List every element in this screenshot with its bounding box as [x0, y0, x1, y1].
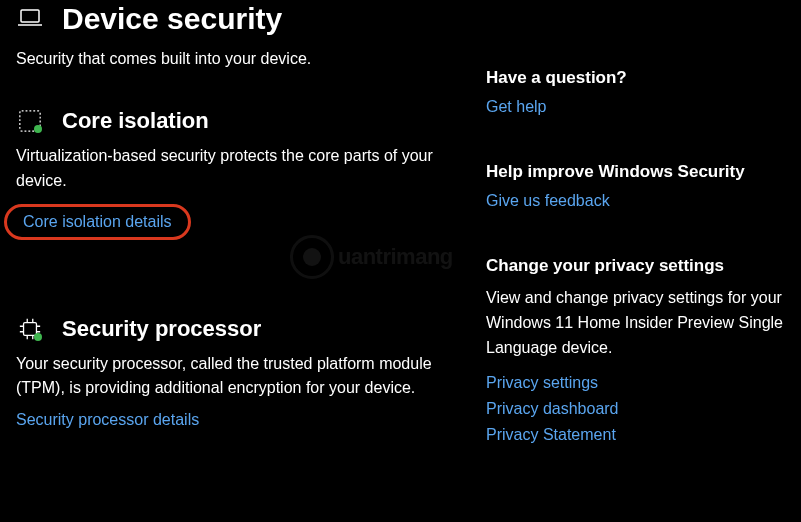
security-processor-header: Security processor [16, 316, 464, 342]
page-header: Device security [16, 0, 464, 36]
chip-icon [16, 317, 44, 341]
privacy-block: Change your privacy settings View and ch… [486, 256, 800, 444]
privacy-dashboard-link[interactable]: Privacy dashboard [486, 400, 800, 418]
feedback-link[interactable]: Give us feedback [486, 192, 610, 210]
privacy-desc: View and change privacy settings for you… [486, 286, 786, 360]
security-processor-title: Security processor [62, 316, 261, 342]
privacy-settings-link[interactable]: Privacy settings [486, 374, 800, 392]
core-isolation-title: Core isolation [62, 108, 209, 134]
privacy-heading: Change your privacy settings [486, 256, 800, 276]
get-help-link[interactable]: Get help [486, 98, 546, 116]
have-question-block: Have a question? Get help [486, 68, 800, 120]
laptop-icon [16, 7, 44, 31]
security-processor-desc: Your security processor, called the trus… [16, 352, 436, 402]
have-question-heading: Have a question? [486, 68, 800, 88]
page-title: Device security [62, 2, 282, 36]
core-isolation-icon [16, 109, 44, 133]
core-isolation-header: Core isolation [16, 108, 464, 134]
svg-rect-0 [21, 10, 39, 22]
core-isolation-desc: Virtualization-based security protects t… [16, 144, 436, 194]
privacy-statement-link[interactable]: Privacy Statement [486, 426, 800, 444]
security-processor-details-link[interactable]: Security processor details [16, 411, 199, 429]
improve-heading: Help improve Windows Security [486, 162, 800, 182]
page-subtitle: Security that comes built into your devi… [16, 50, 464, 68]
core-isolation-details-link[interactable]: Core isolation details [4, 204, 191, 240]
improve-block: Help improve Windows Security Give us fe… [486, 162, 800, 214]
